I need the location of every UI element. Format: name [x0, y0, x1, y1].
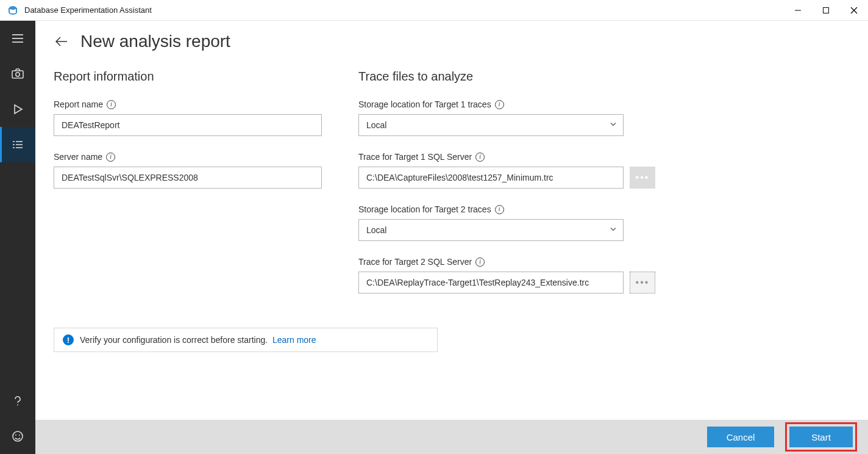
svg-marker-10 — [15, 105, 22, 114]
svg-rect-2 — [824, 7, 829, 13]
report-name-input[interactable] — [54, 114, 322, 136]
page-header: New analysis report — [54, 32, 850, 51]
window-titlebar: Database Experimentation Assistant — [0, 0, 868, 21]
sidebar-help-icon[interactable] — [0, 383, 35, 419]
browse-trace2-button[interactable]: ••• — [630, 272, 655, 294]
info-icon[interactable]: i — [495, 100, 504, 109]
start-button-highlight: Start — [785, 422, 857, 452]
trace-files-section: Trace files to analyze Storage location … — [358, 70, 657, 309]
report-information-section: Report information Report name i Server … — [54, 70, 322, 309]
svg-point-20 — [19, 434, 20, 436]
svg-point-19 — [15, 434, 16, 436]
sidebar — [0, 21, 35, 454]
info-icon[interactable]: i — [475, 153, 485, 162]
ellipsis-icon: ••• — [636, 173, 650, 182]
window-maximize-button[interactable] — [812, 0, 840, 21]
server-name-label: Server name — [54, 152, 102, 162]
trace2-input[interactable] — [358, 272, 624, 294]
storage1-select[interactable] — [358, 114, 624, 136]
cancel-button[interactable]: Cancel — [707, 427, 774, 447]
info-banner: ! Verify your configuration is correct b… — [54, 328, 438, 352]
window-minimize-button[interactable] — [784, 0, 812, 21]
main-content: New analysis report Report information R… — [35, 21, 868, 454]
svg-rect-8 — [12, 71, 23, 78]
trace2-label: Trace for Target 2 SQL Server — [358, 257, 472, 267]
banner-message: Verify your configuration is correct bef… — [80, 335, 268, 345]
info-icon[interactable]: i — [495, 205, 504, 214]
browse-trace1-button[interactable]: ••• — [630, 167, 655, 189]
page-title: New analysis report — [80, 32, 230, 51]
storage2-select[interactable] — [358, 219, 624, 241]
window-close-button[interactable] — [840, 0, 868, 21]
learn-more-link[interactable]: Learn more — [272, 335, 316, 345]
info-icon[interactable]: i — [106, 153, 115, 162]
info-badge-icon: ! — [63, 334, 74, 345]
svg-point-0 — [9, 6, 16, 10]
sidebar-hamburger[interactable] — [0, 21, 35, 56]
back-arrow-icon[interactable] — [54, 34, 69, 49]
window-title: Database Experimentation Assistant — [24, 5, 152, 15]
ellipsis-icon: ••• — [636, 278, 650, 287]
server-name-input[interactable] — [54, 167, 322, 189]
storage2-label: Storage location for Target 2 traces — [358, 204, 491, 214]
app-icon — [6, 4, 20, 17]
start-button[interactable]: Start — [789, 427, 853, 447]
info-icon[interactable]: i — [475, 258, 485, 267]
svg-point-9 — [16, 73, 20, 76]
trace1-input[interactable] — [358, 167, 624, 189]
section-heading-report-info: Report information — [54, 70, 322, 84]
trace1-label: Trace for Target 1 SQL Server — [358, 152, 472, 162]
info-icon[interactable]: i — [107, 100, 116, 109]
svg-point-17 — [17, 405, 18, 406]
section-heading-trace: Trace files to analyze — [358, 70, 657, 84]
storage1-label: Storage location for Target 1 traces — [358, 99, 491, 109]
sidebar-capture-icon[interactable] — [0, 56, 35, 92]
report-name-label: Report name — [54, 99, 103, 109]
footer-bar: Cancel Start — [35, 420, 868, 454]
sidebar-feedback-icon[interactable] — [0, 419, 35, 454]
sidebar-reports-icon[interactable] — [0, 127, 35, 162]
sidebar-play-icon[interactable] — [0, 92, 35, 127]
